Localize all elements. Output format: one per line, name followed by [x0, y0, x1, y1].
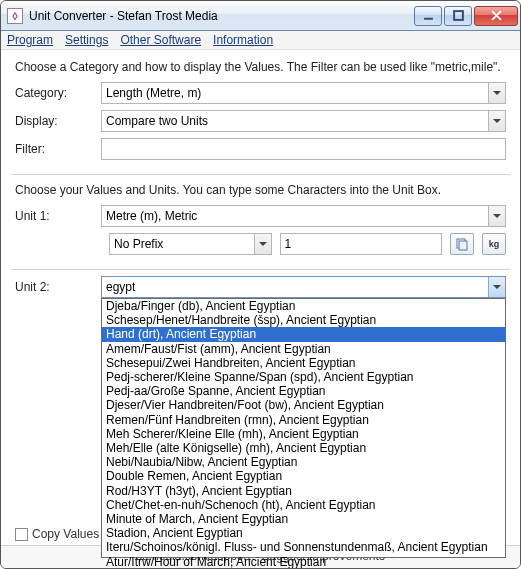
dropdown-item[interactable]: Hand (drt), Ancient Egyptian — [102, 327, 505, 341]
chevron-down-icon — [488, 277, 505, 297]
chevron-down-icon — [254, 234, 271, 254]
dropdown-item[interactable]: Schesep/Henet/Handbreite (šsp), Ancient … — [102, 313, 505, 327]
dropdown-item[interactable]: Schesepui/Zwei Handbreiten, Ancient Egyp… — [102, 356, 505, 370]
svg-rect-5 — [459, 241, 467, 250]
display-label: Display: — [15, 114, 101, 128]
copy-icon — [455, 237, 469, 251]
units-description: Choose your Values and Units. You can ty… — [15, 183, 506, 197]
dropdown-item[interactable]: Pedj-aa/Große Spanne, Ancient Egyptian — [102, 384, 505, 398]
copy-values-checkbox[interactable] — [15, 528, 28, 541]
kg-icon: kg — [489, 239, 500, 249]
display-value: Compare two Units — [106, 114, 488, 128]
dropdown-item[interactable]: Amem/Faust/Fist (amm), Ancient Egyptian — [102, 342, 505, 356]
dropdown-item[interactable]: Iteru/Schoinos/königl. Fluss- und Sonnen… — [102, 540, 505, 554]
unit1-value: Metre (m), Metric — [106, 209, 488, 223]
unit1-combo[interactable]: Metre (m), Metric — [101, 205, 506, 227]
category-description: Choose a Category and how to display the… — [15, 60, 506, 74]
category-combo[interactable]: Length (Metre, m) — [101, 82, 506, 104]
svg-rect-1 — [454, 11, 463, 20]
value-text: 1 — [285, 237, 292, 251]
menu-information[interactable]: Information — [213, 33, 273, 47]
dropdown-item[interactable]: Djeser/Vier Handbreiten/Foot (bw), Ancie… — [102, 398, 505, 412]
menu-program[interactable]: Program — [7, 33, 53, 47]
copy-button[interactable] — [450, 233, 474, 255]
chevron-down-icon — [488, 206, 505, 226]
category-value: Length (Metre, m) — [106, 86, 488, 100]
menu-settings[interactable]: Settings — [65, 33, 108, 47]
dropdown-item[interactable]: Stadion, Ancient Egyptian — [102, 526, 505, 540]
dropdown-item[interactable]: Double Remen, Ancient Egyptian — [102, 469, 505, 483]
dropdown-item[interactable]: Djeba/Finger (db), Ancient Egyptian — [102, 299, 505, 313]
menu-other-software[interactable]: Other Software — [120, 33, 201, 47]
category-label: Category: — [15, 86, 101, 100]
titlebar: ◊ Unit Converter - Stefan Trost Media — [1, 1, 520, 31]
display-combo[interactable]: Compare two Units — [101, 110, 506, 132]
maximize-button[interactable] — [444, 6, 472, 26]
dropdown-item[interactable]: Nebi/Naubia/Nibw, Ancient Egyptian — [102, 455, 505, 469]
unit2-dropdown[interactable]: Djeba/Finger (db), Ancient EgyptianSches… — [101, 298, 506, 558]
separator — [11, 269, 510, 270]
menubar: Program Settings Other Software Informat… — [1, 31, 520, 50]
window-buttons — [414, 6, 518, 26]
unit2-value: egypt — [106, 280, 488, 294]
dropdown-item[interactable]: Rod/H3YT (h3yt), Ancient Egyptian — [102, 484, 505, 498]
separator — [11, 174, 510, 175]
unit2-combo[interactable]: egypt — [101, 276, 506, 298]
prefix-combo[interactable]: No Prefix — [109, 233, 272, 255]
close-button[interactable] — [474, 6, 518, 26]
prefix-value: No Prefix — [114, 237, 254, 251]
app-icon: ◊ — [7, 8, 23, 24]
unit2-label: Unit 2: — [15, 280, 101, 294]
dropdown-item[interactable]: Atur/Itrw/Hour of March, Ancient Egyptia… — [102, 555, 505, 569]
dropdown-item[interactable]: Chet/Chet-en-nuh/Schenoch (ht), Ancient … — [102, 498, 505, 512]
unit1-label: Unit 1: — [15, 209, 101, 223]
dropdown-item[interactable]: Minute of March, Ancient Egyptian — [102, 512, 505, 526]
chevron-down-icon — [488, 111, 505, 131]
client-area: Choose a Category and how to display the… — [1, 50, 520, 545]
kg-button[interactable]: kg — [482, 233, 506, 255]
filter-input[interactable] — [101, 138, 506, 160]
minimize-button[interactable] — [414, 6, 442, 26]
window-title: Unit Converter - Stefan Trost Media — [29, 9, 414, 23]
dropdown-item[interactable]: Meh/Elle (alte Königselle) (mh), Ancient… — [102, 441, 505, 455]
dropdown-item[interactable]: Meh Scherer/Kleine Elle (mh), Ancient Eg… — [102, 427, 505, 441]
filter-label: Filter: — [15, 142, 101, 156]
chevron-down-icon — [488, 83, 505, 103]
value-input[interactable]: 1 — [280, 233, 443, 255]
copy-values-label: Copy Values — [32, 527, 99, 541]
dropdown-item[interactable]: Remen/Fünf Handbreiten (rmn), Ancient Eg… — [102, 413, 505, 427]
dropdown-item[interactable]: Pedj-scherer/Kleine Spanne/Span (spd), A… — [102, 370, 505, 384]
